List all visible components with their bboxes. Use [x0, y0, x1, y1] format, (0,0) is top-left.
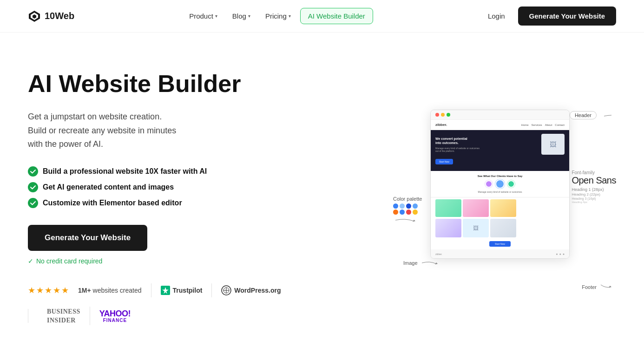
image-placeholder-icon: 🖼: [550, 141, 556, 148]
heading-sizes: Heading 1 (28px) Heading 2 (22px) Headin…: [572, 187, 616, 203]
nav-links: Product ▾ Blog ▾ Pricing ▾ AI Website Bu…: [184, 8, 373, 24]
mockup-footer-icons: ● ● ●: [556, 252, 565, 256]
hero-section: AI Website Builder Get a jumpstart on we…: [0, 33, 644, 354]
footer-icon-1: ●: [556, 252, 558, 256]
check-icon-3: [28, 198, 38, 208]
footer-arrow-icon: [598, 282, 612, 292]
nav-cta-button[interactable]: Generate Your Website: [518, 7, 616, 26]
nav-right: Login Generate Your Website: [482, 7, 616, 26]
color-palette-annotation: Color palette: [393, 196, 422, 227]
hero-cta-button[interactable]: Generate Your Website: [28, 225, 147, 251]
mockup-hero-cta: Start Now: [435, 159, 453, 164]
no-cc-check-icon: ✓: [28, 257, 33, 265]
heading-size-3: Heading 3 (16pt): [572, 197, 616, 200]
blog-label: Blog: [232, 12, 246, 20]
no-cc-text: No credit card required: [36, 257, 102, 265]
mockup-img-4: [435, 219, 461, 237]
pricing-chevron-icon: ▾: [289, 13, 291, 19]
product-label: Product: [189, 12, 213, 20]
hero-features-list: Build a professional website 10X faster …: [28, 166, 288, 208]
pricing-label: Pricing: [265, 12, 287, 20]
mockup-hero: We convert potentialinto outcomes. Manag…: [431, 130, 569, 171]
pricing-nav-item[interactable]: Pricing ▾: [260, 8, 296, 24]
login-button[interactable]: Login: [482, 8, 511, 24]
mockup-hero-title: We convert potentialinto outcomes.: [435, 137, 500, 145]
hero-title: AI Website Builder: [28, 71, 288, 97]
feature-2-text: Get AI generated content and images: [43, 183, 174, 191]
browser-dot-green: [447, 113, 450, 117]
footer-icon-3: ●: [563, 252, 565, 256]
feature-3-text: Customize with Elementor based editor: [43, 199, 182, 207]
mockup-nav-services: Services: [532, 124, 542, 126]
star-4: ★: [53, 285, 60, 295]
press-logos: BUSINESS INSIDER YAHOO! FINANCE: [47, 307, 131, 325]
mockup-img-6: [490, 219, 516, 237]
logo[interactable]: 10Web: [28, 10, 74, 23]
logo-icon: [28, 10, 41, 23]
mockup-container: zibber. Home Services About Contact We c…: [393, 100, 616, 295]
font-name: Open Sans: [572, 175, 616, 186]
ai-builder-label: AI Website Builder: [308, 12, 365, 20]
avatar-1: [485, 180, 493, 188]
mockup-img-2: [463, 199, 489, 217]
websites-count: 1M+ websites created: [78, 287, 142, 294]
star-rating: ★ ★ ★ ★ ★: [28, 285, 69, 295]
business-insider-logo: BUSINESS INSIDER: [47, 307, 80, 325]
palette-label: Color palette: [393, 196, 422, 202]
mockup-image-grid-bottom: 🖼: [431, 219, 569, 239]
brand-name: 10Web: [45, 11, 74, 21]
palette-colors-row-2: [393, 210, 422, 215]
wordpress-label: WordPress.org: [234, 287, 281, 294]
feature-1: Build a professional website 10X faster …: [28, 166, 288, 177]
feature-1-text: Build a professional website 10X faster …: [43, 167, 207, 176]
palette-color-3: [406, 203, 411, 209]
mockup-img-3: [490, 199, 516, 217]
palette-color-7: [406, 210, 411, 215]
palette-color-1: [393, 203, 398, 209]
trustpilot-badge: Trustpilot: [161, 286, 203, 295]
browser-dot-red: [435, 113, 439, 117]
mockup-testimonials: See What Our Clients Have to Say Manage …: [431, 171, 569, 197]
mockup-avatar-row: [435, 180, 565, 189]
heading-size-2: Heading 2 (22px): [572, 192, 616, 197]
palette-color-8: [413, 210, 418, 215]
star-1: ★: [28, 285, 35, 295]
product-chevron-icon: ▾: [215, 13, 217, 19]
hero-description: Get a jumpstart on website creation. Bui…: [28, 110, 288, 151]
palette-arrow-icon: [393, 216, 416, 225]
hero-illustration-area: zibber. Home Services About Contact We c…: [393, 100, 616, 295]
feature-2: Get AI generated content and images: [28, 182, 288, 192]
mockup-image-grid-top: [431, 197, 569, 219]
press-divider: [90, 307, 90, 325]
mockup-footer-brand: zibber.: [435, 253, 442, 256]
svg-point-2: [28, 198, 38, 208]
palette-color-5: [393, 210, 398, 215]
mockup-nav-home: Home: [521, 124, 529, 126]
svg-point-0: [28, 166, 38, 177]
mockup-testimonials-title: See What Our Clients Have to Say: [435, 175, 565, 177]
svg-point-1: [28, 182, 38, 192]
product-nav-item[interactable]: Product ▾: [184, 8, 223, 24]
browser-dot-yellow: [441, 113, 445, 117]
image-annotation-label: Image: [403, 260, 418, 266]
footer-icon-2: ●: [559, 252, 561, 256]
wordpress-badge: WordPress.org: [221, 285, 281, 295]
trust-divider-1: [151, 283, 151, 297]
navbar: 10Web Product ▾ Blog ▾ Pricing ▾ AI Webs…: [0, 0, 644, 33]
trust-divider-2: [211, 283, 212, 297]
check-icon-2: [28, 182, 38, 192]
mockup-bottom-btn-area: Start Now: [431, 239, 569, 249]
mockup-img-5: 🖼: [463, 219, 489, 237]
avatar-2: [495, 179, 505, 189]
blog-nav-item[interactable]: Blog ▾: [227, 8, 256, 24]
mockup-site-nav: zibber. Home Services About Contact: [431, 120, 569, 130]
trustpilot-star-icon: [162, 287, 169, 294]
ai-builder-nav-item[interactable]: AI Website Builder: [300, 8, 373, 24]
website-mockup: zibber. Home Services About Contact We c…: [430, 110, 570, 259]
image-arrow-icon: [420, 258, 438, 268]
mockup-footer: zibber. ● ● ●: [431, 249, 569, 258]
trustpilot-icon: [161, 286, 170, 295]
mockup-hero-image: 🖼: [541, 134, 565, 155]
font-family-label: Font-family: [572, 170, 616, 175]
font-annotation: Font-family Open Sans Heading 1 (28px) H…: [572, 170, 616, 203]
